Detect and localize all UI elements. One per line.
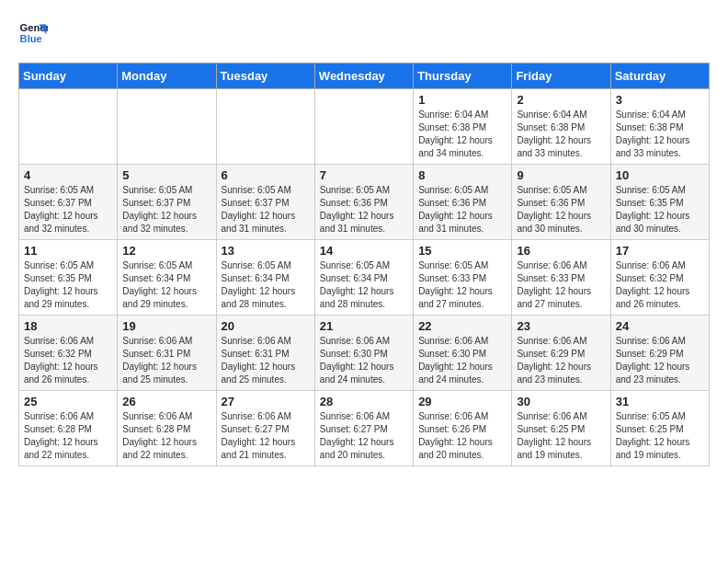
day-info: Sunrise: 6:04 AM Sunset: 6:38 PM Dayligh… — [616, 109, 704, 160]
day-number: 8 — [418, 168, 506, 182]
weekday-header-cell: Tuesday — [216, 63, 314, 89]
calendar-day-cell: 23Sunrise: 6:06 AM Sunset: 6:29 PM Dayli… — [512, 316, 610, 391]
calendar-day-cell: 8Sunrise: 6:05 AM Sunset: 6:36 PM Daylig… — [414, 165, 512, 240]
day-info: Sunrise: 6:06 AM Sunset: 6:33 PM Dayligh… — [517, 259, 605, 311]
logo-icon: General Blue — [18, 18, 48, 48]
calendar-day-cell: 17Sunrise: 6:06 AM Sunset: 6:32 PM Dayli… — [610, 240, 709, 316]
calendar-day-cell: 24Sunrise: 6:06 AM Sunset: 6:29 PM Dayli… — [610, 316, 709, 391]
day-info: Sunrise: 6:06 AM Sunset: 6:28 PM Dayligh… — [122, 410, 210, 462]
day-info: Sunrise: 6:05 AM Sunset: 6:34 PM Dayligh… — [122, 259, 210, 311]
calendar-day-cell: 14Sunrise: 6:05 AM Sunset: 6:34 PM Dayli… — [314, 240, 413, 316]
day-info: Sunrise: 6:05 AM Sunset: 6:37 PM Dayligh… — [122, 184, 210, 236]
day-number: 4 — [24, 168, 112, 182]
calendar-day-cell: 26Sunrise: 6:06 AM Sunset: 6:28 PM Dayli… — [118, 391, 216, 466]
calendar-day-cell: 1Sunrise: 6:04 AM Sunset: 6:38 PM Daylig… — [414, 89, 512, 165]
weekday-header-cell: Monday — [118, 63, 216, 89]
day-number: 6 — [222, 168, 310, 182]
calendar-week-row: 25Sunrise: 6:06 AM Sunset: 6:28 PM Dayli… — [19, 391, 710, 466]
day-number: 10 — [616, 168, 704, 182]
calendar-day-cell: 21Sunrise: 6:06 AM Sunset: 6:30 PM Dayli… — [314, 316, 413, 391]
day-number: 28 — [320, 395, 408, 408]
day-number: 7 — [320, 168, 408, 182]
calendar-day-cell: 15Sunrise: 6:05 AM Sunset: 6:33 PM Dayli… — [414, 240, 512, 316]
calendar-day-cell: 20Sunrise: 6:06 AM Sunset: 6:31 PM Dayli… — [216, 316, 314, 391]
day-info: Sunrise: 6:06 AM Sunset: 6:27 PM Dayligh… — [222, 410, 310, 462]
weekday-header-cell: Sunday — [19, 63, 118, 89]
day-info: Sunrise: 6:05 AM Sunset: 6:33 PM Dayligh… — [418, 259, 506, 311]
calendar-day-cell — [216, 89, 314, 165]
day-number: 20 — [222, 319, 310, 333]
calendar-day-cell: 3Sunrise: 6:04 AM Sunset: 6:38 PM Daylig… — [610, 89, 709, 165]
day-number: 29 — [418, 395, 506, 408]
calendar-day-cell: 30Sunrise: 6:06 AM Sunset: 6:25 PM Dayli… — [512, 391, 610, 466]
calendar-day-cell: 5Sunrise: 6:05 AM Sunset: 6:37 PM Daylig… — [118, 165, 216, 240]
day-info: Sunrise: 6:05 AM Sunset: 6:34 PM Dayligh… — [222, 259, 310, 311]
calendar-day-cell: 9Sunrise: 6:05 AM Sunset: 6:36 PM Daylig… — [512, 165, 610, 240]
day-number: 24 — [616, 319, 704, 333]
day-info: Sunrise: 6:05 AM Sunset: 6:37 PM Dayligh… — [222, 184, 310, 236]
day-info: Sunrise: 6:06 AM Sunset: 6:27 PM Dayligh… — [320, 410, 408, 462]
calendar-day-cell: 11Sunrise: 6:05 AM Sunset: 6:35 PM Dayli… — [19, 240, 118, 316]
calendar-day-cell: 19Sunrise: 6:06 AM Sunset: 6:31 PM Dayli… — [118, 316, 216, 391]
calendar-day-cell: 27Sunrise: 6:06 AM Sunset: 6:27 PM Dayli… — [216, 391, 314, 466]
calendar-day-cell: 22Sunrise: 6:06 AM Sunset: 6:30 PM Dayli… — [414, 316, 512, 391]
calendar-day-cell: 28Sunrise: 6:06 AM Sunset: 6:27 PM Dayli… — [314, 391, 413, 466]
calendar-day-cell: 12Sunrise: 6:05 AM Sunset: 6:34 PM Dayli… — [118, 240, 216, 316]
calendar-day-cell — [19, 89, 118, 165]
day-number: 2 — [517, 93, 605, 107]
day-info: Sunrise: 6:04 AM Sunset: 6:38 PM Dayligh… — [418, 109, 506, 160]
day-info: Sunrise: 6:05 AM Sunset: 6:25 PM Dayligh… — [616, 410, 704, 462]
day-info: Sunrise: 6:06 AM Sunset: 6:31 PM Dayligh… — [222, 335, 310, 386]
page-header: General Blue — [18, 18, 710, 48]
day-number: 23 — [517, 319, 605, 333]
calendar-day-cell: 16Sunrise: 6:06 AM Sunset: 6:33 PM Dayli… — [512, 240, 610, 316]
calendar-day-cell — [118, 89, 216, 165]
day-info: Sunrise: 6:05 AM Sunset: 6:36 PM Dayligh… — [517, 184, 605, 236]
day-info: Sunrise: 6:05 AM Sunset: 6:34 PM Dayligh… — [320, 259, 408, 311]
weekday-header-cell: Wednesday — [314, 63, 413, 89]
weekday-header-cell: Saturday — [610, 63, 709, 89]
calendar-day-cell: 6Sunrise: 6:05 AM Sunset: 6:37 PM Daylig… — [216, 165, 314, 240]
day-number: 12 — [122, 244, 210, 258]
day-number: 22 — [418, 319, 506, 333]
calendar-day-cell: 7Sunrise: 6:05 AM Sunset: 6:36 PM Daylig… — [314, 165, 413, 240]
day-number: 30 — [517, 395, 605, 408]
calendar-day-cell: 2Sunrise: 6:04 AM Sunset: 6:38 PM Daylig… — [512, 89, 610, 165]
day-info: Sunrise: 6:05 AM Sunset: 6:35 PM Dayligh… — [616, 184, 704, 236]
logo: General Blue — [18, 18, 48, 48]
day-number: 19 — [122, 319, 210, 333]
calendar-week-row: 11Sunrise: 6:05 AM Sunset: 6:35 PM Dayli… — [19, 240, 710, 316]
day-number: 13 — [222, 244, 310, 258]
day-number: 18 — [24, 319, 112, 333]
day-number: 27 — [222, 395, 310, 408]
calendar-day-cell — [314, 89, 413, 165]
calendar-day-cell: 18Sunrise: 6:06 AM Sunset: 6:32 PM Dayli… — [19, 316, 118, 391]
day-number: 1 — [418, 93, 506, 107]
calendar-day-cell: 13Sunrise: 6:05 AM Sunset: 6:34 PM Dayli… — [216, 240, 314, 316]
day-info: Sunrise: 6:06 AM Sunset: 6:25 PM Dayligh… — [517, 410, 605, 462]
day-info: Sunrise: 6:06 AM Sunset: 6:32 PM Dayligh… — [616, 259, 704, 311]
calendar-week-row: 1Sunrise: 6:04 AM Sunset: 6:38 PM Daylig… — [19, 89, 710, 165]
calendar-day-cell: 25Sunrise: 6:06 AM Sunset: 6:28 PM Dayli… — [19, 391, 118, 466]
calendar-table: SundayMondayTuesdayWednesdayThursdayFrid… — [18, 63, 710, 466]
day-number: 15 — [418, 244, 506, 258]
day-number: 9 — [517, 168, 605, 182]
svg-text:Blue: Blue — [20, 33, 42, 44]
day-info: Sunrise: 6:06 AM Sunset: 6:32 PM Dayligh… — [24, 335, 112, 386]
day-number: 31 — [616, 395, 704, 408]
calendar-week-row: 18Sunrise: 6:06 AM Sunset: 6:32 PM Dayli… — [19, 316, 710, 391]
day-info: Sunrise: 6:06 AM Sunset: 6:31 PM Dayligh… — [122, 335, 210, 386]
day-number: 14 — [320, 244, 408, 258]
day-info: Sunrise: 6:06 AM Sunset: 6:28 PM Dayligh… — [24, 410, 112, 462]
calendar-day-cell: 29Sunrise: 6:06 AM Sunset: 6:26 PM Dayli… — [414, 391, 512, 466]
day-number: 17 — [616, 244, 704, 258]
day-info: Sunrise: 6:06 AM Sunset: 6:30 PM Dayligh… — [418, 335, 506, 386]
day-number: 25 — [24, 395, 112, 408]
day-number: 11 — [24, 244, 112, 258]
calendar-day-cell: 10Sunrise: 6:05 AM Sunset: 6:35 PM Dayli… — [610, 165, 709, 240]
day-number: 16 — [517, 244, 605, 258]
calendar-day-cell: 4Sunrise: 6:05 AM Sunset: 6:37 PM Daylig… — [19, 165, 118, 240]
day-info: Sunrise: 6:06 AM Sunset: 6:26 PM Dayligh… — [418, 410, 506, 462]
calendar-week-row: 4Sunrise: 6:05 AM Sunset: 6:37 PM Daylig… — [19, 165, 710, 240]
day-info: Sunrise: 6:05 AM Sunset: 6:35 PM Dayligh… — [24, 259, 112, 311]
